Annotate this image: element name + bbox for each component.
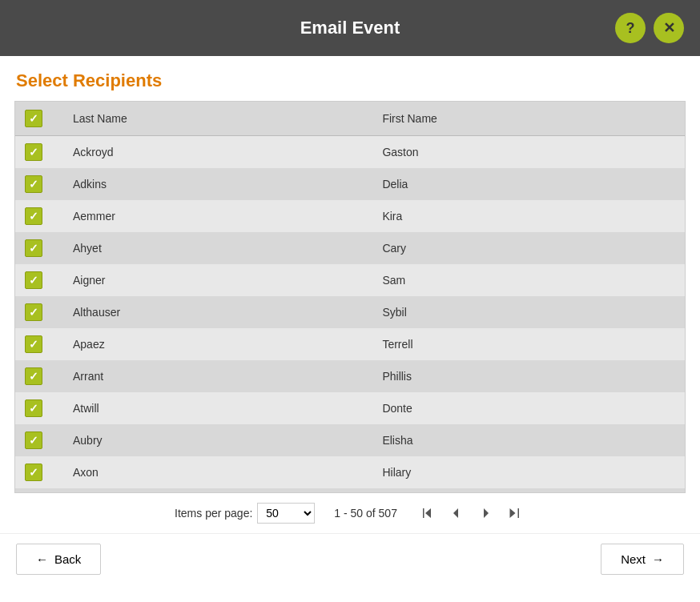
per-page-select[interactable]: 102550100	[257, 503, 315, 524]
first-page-button[interactable]	[416, 504, 439, 522]
row-checkbox-cell[interactable]	[15, 456, 63, 488]
last-page-button[interactable]	[503, 504, 525, 522]
page-info: 1 - 50 of 507	[334, 507, 397, 520]
table-row: ApaezTerrell	[15, 328, 685, 360]
table-row: AubryElisha	[15, 424, 685, 456]
recipients-table-wrapper: Last Name First Name AckroydGastonAdkins…	[14, 101, 686, 493]
header: Email Event ? ✕	[0, 0, 700, 56]
row-checkbox-cell[interactable]	[15, 264, 63, 296]
row-first-name: Sybil	[372, 296, 685, 328]
next-arrow-icon: →	[652, 552, 664, 566]
row-checkbox-cell[interactable]	[15, 328, 63, 360]
section-title: Select Recipients	[0, 56, 700, 101]
row-checkbox[interactable]	[25, 367, 42, 385]
table-row: ArrantPhillis	[15, 360, 685, 392]
close-button[interactable]: ✕	[654, 13, 684, 43]
row-checkbox[interactable]	[25, 399, 42, 417]
items-per-page: Items per page: 102550100	[175, 503, 315, 524]
row-first-name: Terrell	[372, 328, 685, 360]
row-checkbox-cell[interactable]	[15, 424, 63, 456]
table-row: AignerSam	[15, 264, 685, 296]
row-checkbox[interactable]	[25, 303, 42, 321]
row-last-name: Atwill	[63, 392, 372, 424]
prev-page-button[interactable]	[445, 504, 468, 522]
next-page-icon	[479, 507, 492, 520]
row-first-name: Hilary	[372, 456, 685, 488]
row-checkbox-cell[interactable]	[15, 232, 63, 264]
table-row: AhyetCary	[15, 232, 685, 264]
table-row: AtwillDonte	[15, 392, 685, 424]
prev-page-icon	[450, 507, 463, 520]
footer: ← Back Next →	[0, 533, 700, 584]
table-row: AckroydGaston	[15, 136, 685, 169]
col-last-name: Last Name	[63, 102, 372, 136]
row-last-name: Althauser	[63, 296, 372, 328]
row-checkbox-cell[interactable]	[15, 360, 63, 392]
pagination-bar: Items per page: 102550100 1 - 50 of 507	[0, 493, 700, 533]
row-first-name: Gaston	[372, 136, 685, 169]
header-checkbox-cell[interactable]	[15, 102, 63, 136]
row-checkbox[interactable]	[25, 335, 42, 353]
row-checkbox[interactable]	[25, 175, 42, 193]
row-checkbox-cell[interactable]	[15, 296, 63, 328]
items-per-page-label: Items per page:	[175, 507, 252, 520]
row-first-name: Delia	[372, 168, 685, 200]
back-button[interactable]: ← Back	[16, 544, 101, 575]
row-checkbox[interactable]	[25, 271, 42, 289]
back-label: Back	[54, 552, 81, 566]
row-first-name: Donte	[372, 392, 685, 424]
table-row: BagbyDenise	[15, 488, 685, 493]
row-last-name: Adkins	[63, 168, 372, 200]
row-checkbox[interactable]	[25, 431, 42, 449]
row-checkbox-cell[interactable]	[15, 200, 63, 232]
row-first-name: Phillis	[372, 360, 685, 392]
back-arrow-icon: ←	[36, 552, 48, 566]
row-checkbox[interactable]	[25, 143, 42, 161]
row-checkbox[interactable]	[25, 464, 42, 481]
row-checkbox[interactable]	[25, 207, 42, 225]
header-title: Email Event	[300, 18, 400, 38]
row-last-name: Aubry	[63, 424, 372, 456]
row-checkbox-cell[interactable]	[15, 488, 63, 493]
table-header: Last Name First Name	[15, 102, 685, 136]
row-last-name: Bagby	[63, 488, 372, 493]
row-first-name: Denise	[372, 488, 685, 493]
table-row: AxonHilary	[15, 456, 685, 488]
row-last-name: Arrant	[63, 360, 372, 392]
row-checkbox[interactable]	[25, 239, 42, 257]
table-row: AlthauserSybil	[15, 296, 685, 328]
select-all-checkbox[interactable]	[25, 110, 42, 127]
table-body: AckroydGastonAdkinsDeliaAemmerKiraAhyetC…	[15, 136, 685, 494]
row-last-name: Axon	[63, 456, 372, 488]
next-button[interactable]: Next →	[601, 544, 684, 575]
first-page-icon	[421, 507, 434, 520]
row-first-name: Sam	[372, 264, 685, 296]
col-first-name: First Name	[372, 102, 685, 136]
row-first-name: Kira	[372, 200, 685, 232]
row-first-name: Cary	[372, 232, 685, 264]
row-last-name: Apaez	[63, 328, 372, 360]
recipients-table: Last Name First Name AckroydGastonAdkins…	[15, 102, 685, 493]
table-row: AdkinsDelia	[15, 168, 685, 200]
row-last-name: Ahyet	[63, 232, 372, 264]
header-icons: ? ✕	[615, 13, 684, 43]
row-checkbox-cell[interactable]	[15, 168, 63, 200]
help-button[interactable]: ?	[615, 13, 646, 43]
row-last-name: Ackroyd	[63, 136, 372, 169]
next-page-button[interactable]	[474, 504, 497, 522]
row-checkbox-cell[interactable]	[15, 136, 63, 169]
row-checkbox-cell[interactable]	[15, 392, 63, 424]
next-label: Next	[621, 552, 646, 566]
row-last-name: Aigner	[63, 264, 372, 296]
row-first-name: Elisha	[372, 424, 685, 456]
last-page-icon	[508, 507, 521, 520]
table-row: AemmerKira	[15, 200, 685, 232]
row-last-name: Aemmer	[63, 200, 372, 232]
